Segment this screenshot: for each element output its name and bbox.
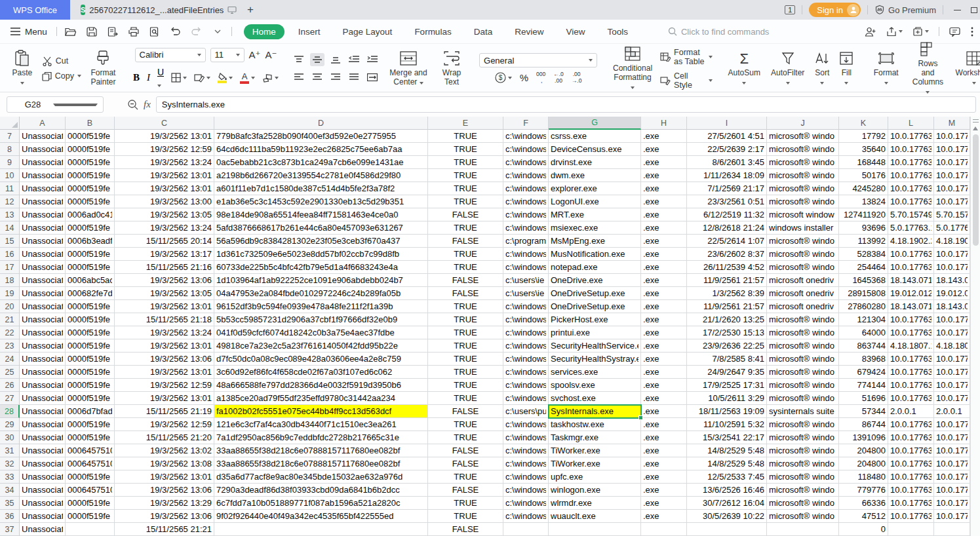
zoom-formula-icon[interactable]: [127, 99, 138, 110]
cell-E23[interactable]: TRUE: [428, 339, 503, 353]
cell-F24[interactable]: c:\windows: [503, 353, 549, 366]
cell-M34[interactable]: 10.0.177: [934, 484, 970, 497]
cell-A20[interactable]: Unassociated: [20, 300, 66, 313]
cell-L19[interactable]: 19.012.0121: [888, 287, 934, 300]
cell-M36[interactable]: 10.0.177: [934, 510, 970, 523]
cell-K7[interactable]: 17792: [839, 130, 888, 143]
cell-D25[interactable]: 3c60d92ef86fc4f658cde02f67a03f107ed6c062: [214, 366, 428, 379]
cell-F20[interactable]: c:\windows: [503, 300, 549, 313]
cell-E26[interactable]: TRUE: [428, 379, 503, 392]
cell-E24[interactable]: TRUE: [428, 353, 503, 366]
cell-M8[interactable]: 10.0.177: [934, 143, 970, 156]
cell-K17[interactable]: 254464: [839, 261, 888, 274]
paste-button[interactable]: Paste: [8, 48, 37, 88]
row-header-23[interactable]: 23: [0, 339, 20, 353]
decrease-indent-icon[interactable]: [347, 53, 361, 66]
cell-L16[interactable]: 10.0.17763.: [888, 248, 934, 261]
cell-D19[interactable]: 04a47953e2a084fbde0102972246c24b289fa05b: [214, 287, 428, 300]
cell-M7[interactable]: 10.0.177: [934, 130, 970, 143]
cell-H31[interactable]: .exe: [641, 444, 687, 457]
cell-B8[interactable]: 0000f519fe: [66, 143, 115, 156]
cell-F27[interactable]: c:\windows: [503, 392, 549, 405]
cell-I37[interactable]: [687, 523, 767, 536]
row-header-17[interactable]: 17: [0, 261, 20, 274]
cell-J32[interactable]: microsoft® windo: [767, 457, 839, 470]
row-header-25[interactable]: 25: [0, 366, 20, 379]
cell-H35[interactable]: .exe: [641, 497, 687, 510]
cell-I19[interactable]: 1/3/2562 8:39: [687, 287, 767, 300]
cell-E31[interactable]: FALSE: [428, 444, 503, 457]
cell-I7[interactable]: 27/5/2601 4:51: [687, 130, 767, 143]
column-header-D[interactable]: D: [214, 117, 428, 130]
cell-J36[interactable]: microsoft® windo: [767, 510, 839, 523]
cell-H33[interactable]: .exe: [641, 470, 687, 484]
cell-B31[interactable]: 0006457510: [66, 444, 115, 457]
cell-J11[interactable]: microsoft® windo: [767, 182, 839, 195]
row-header-21[interactable]: 21: [0, 313, 20, 326]
cell-J23[interactable]: microsoft® windo: [767, 339, 839, 353]
cell-K21[interactable]: 121304: [839, 313, 888, 326]
row-header-8[interactable]: 8: [0, 143, 20, 156]
name-box[interactable]: G28: [7, 96, 104, 113]
cell-F32[interactable]: c:\windows: [503, 457, 549, 470]
cell-M10[interactable]: 10.0.177: [934, 169, 970, 182]
cell-A27[interactable]: Unassociated: [20, 392, 66, 405]
cell-F30[interactable]: c:\windows: [503, 431, 549, 444]
cell-D13[interactable]: 98e184de908a65514feea84ff71581463e4ce0a0: [214, 208, 428, 221]
cell-C27[interactable]: 19/3/2562 13:01: [115, 392, 214, 405]
cell-G34[interactable]: winlogon.exe: [549, 484, 641, 497]
cell-L22[interactable]: 10.0.17763.: [888, 326, 934, 339]
cell-E21[interactable]: TRUE: [428, 313, 503, 326]
cell-J7[interactable]: microsoft® windo: [767, 130, 839, 143]
cell-A29[interactable]: Unassociated: [20, 418, 66, 431]
cell-B33[interactable]: 0000f519fe: [66, 470, 115, 484]
row-header-36[interactable]: 36: [0, 510, 20, 523]
cell-I34[interactable]: 13/6/2526 16:46: [687, 484, 767, 497]
cell-A34[interactable]: Unassociated: [20, 484, 66, 497]
cell-C28[interactable]: 15/11/2565 21:19: [115, 405, 214, 418]
cell-M29[interactable]: 10.0.177: [934, 418, 970, 431]
cell-F25[interactable]: c:\windows: [503, 366, 549, 379]
cell-E8[interactable]: TRUE: [428, 143, 503, 156]
cell-B17[interactable]: 0000f519fe: [66, 261, 115, 274]
cell-H9[interactable]: .exe: [641, 156, 687, 169]
share-icon[interactable]: [886, 27, 903, 37]
cell-G23[interactable]: SecurityHealthService.exe: [549, 339, 641, 353]
cell-B7[interactable]: 0000f519fe: [66, 130, 115, 143]
cell-I9[interactable]: 8/6/2601 3:45: [687, 156, 767, 169]
cell-J8[interactable]: microsoft® windo: [767, 143, 839, 156]
cell-K18[interactable]: 1645368: [839, 274, 888, 287]
cell-J25[interactable]: microsoft® windo: [767, 366, 839, 379]
cell-I17[interactable]: 26/11/2539 4:52: [687, 261, 767, 274]
cell-L10[interactable]: 10.0.17763.: [888, 169, 934, 182]
cell-D30[interactable]: 7a1df2950ac856b9c7eddbfdc2728b217665c31e: [214, 431, 428, 444]
cell-H12[interactable]: .exe: [641, 195, 687, 208]
tab-view[interactable]: View: [557, 24, 593, 39]
cell-E7[interactable]: TRUE: [428, 130, 503, 143]
save-icon[interactable]: [86, 26, 98, 37]
cell-M26[interactable]: 10.0.177: [934, 379, 970, 392]
cell-G19[interactable]: OneDriveSetup.exe: [549, 287, 641, 300]
comma-style-button[interactable]: 000 ,: [536, 71, 545, 84]
cell-L23[interactable]: 4.18.1807.1: [888, 339, 934, 353]
cell-E10[interactable]: TRUE: [428, 169, 503, 182]
cell-G24[interactable]: SecurityHealthSystray.exe: [549, 353, 641, 366]
cell-B21[interactable]: 0000f519fe: [66, 313, 115, 326]
row-header-10[interactable]: 10: [0, 169, 20, 182]
cell-B14[interactable]: 0000f519fe: [66, 221, 115, 235]
cell-I22[interactable]: 17/2/2530 15:13: [687, 326, 767, 339]
worksheet-button[interactable]: Worksheet: [952, 48, 980, 88]
cell-M21[interactable]: 10.0.177: [934, 313, 970, 326]
wrap-text-button[interactable]: Wrap Text: [437, 48, 466, 88]
font-size-select[interactable]: 11: [210, 48, 245, 62]
cell-I11[interactable]: 7/1/2569 21:17: [687, 182, 767, 195]
cell-D34[interactable]: 7290a3deadf86d38f03933cbd09da6841b6b2dcc: [214, 484, 428, 497]
row-header-9[interactable]: 9: [0, 156, 20, 169]
cell-I13[interactable]: 6/12/2519 11:32: [687, 208, 767, 221]
cell-M31[interactable]: 10.0.177: [934, 444, 970, 457]
cell-B29[interactable]: 0000f519fe: [66, 418, 115, 431]
cell-D29[interactable]: 121e6c3cf7af4ca30db43440f71c1510ec3ea261: [214, 418, 428, 431]
align-middle-icon[interactable]: [310, 53, 324, 66]
cell-C23[interactable]: 19/3/2562 13:01: [115, 339, 214, 353]
cell-F21[interactable]: c:\windows: [503, 313, 549, 326]
